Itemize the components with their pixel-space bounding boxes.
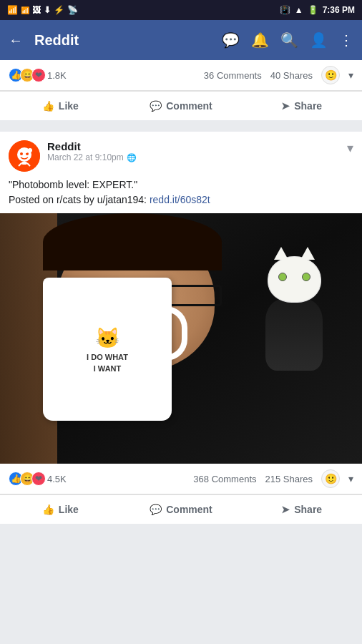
post-2-shares-count[interactable]: 215 Shares: [265, 474, 313, 484]
like-button[interactable]: 👍 Like: [0, 94, 121, 117]
cat-head: [268, 256, 321, 303]
post-2-like-button[interactable]: 👍 Like: [0, 498, 121, 521]
post-author[interactable]: Reddit: [47, 140, 340, 152]
signal-icon-1: 📶: [7, 5, 18, 15]
post-text-line1: "Photobomb level: EXPERT.": [9, 177, 353, 192]
like-icon-2: 👍: [42, 504, 54, 515]
post-2-reactions-right: 368 Comments 215 Shares 🙂 ▾: [193, 469, 353, 488]
post-2-action-bar: 👍 Like 💬 Comment ➤ Share: [0, 494, 362, 524]
mug: 🐱 I DO WHAT I WANT: [43, 278, 172, 421]
post-2-comments-count[interactable]: 368 Comments: [193, 474, 256, 484]
cat-eye-left: [278, 273, 287, 281]
love-emoji-2: ❤: [31, 472, 46, 486]
share-icon: ➤: [281, 100, 290, 112]
reactions-right: 36 Comments 40 Shares 🙂 ▾: [204, 66, 353, 84]
wifi-icon: 📡: [67, 5, 78, 15]
reaction-picker[interactable]: 🙂: [321, 66, 340, 84]
cat-ear-right: [300, 247, 315, 260]
post-1-bottom: 👍 😄 ❤ 1.8K 36 Comments 40 Shares 🙂 ▾ 👍 L…: [0, 60, 362, 120]
post-2-chevron-down-icon[interactable]: ▾: [348, 473, 353, 484]
post-2-reactions-bar: 👍 😄 ❤ 4.5K 368 Comments 215 Shares 🙂 ▾: [0, 464, 362, 494]
post-2-text: "Photobomb level: EXPERT." Posted on r/c…: [0, 177, 362, 213]
post-2-meta: Reddit March 22 at 9:10pm 🌐: [47, 140, 340, 162]
post-2-header: Reddit March 22 at 9:10pm 🌐 ▾: [0, 132, 362, 177]
status-right: 📳 ▲ 🔋 7:36 PM: [280, 5, 355, 15]
post-text-line2: Posted on r/cats by u/jatan194: redd.it/…: [9, 192, 353, 208]
post-1-reactions-bar: 👍 😄 ❤ 1.8K 36 Comments 40 Shares 🙂 ▾: [0, 60, 362, 91]
cat-figure: [255, 256, 333, 385]
divider: [0, 126, 362, 132]
image-icon: 🖼: [32, 5, 41, 15]
svg-point-2: [20, 152, 23, 155]
wifi-signal-icon: ▲: [295, 5, 303, 15]
comment-icon-2: 💬: [150, 504, 162, 515]
back-button[interactable]: ←: [9, 32, 23, 49]
svg-rect-6: [21, 162, 27, 165]
shares-count[interactable]: 40 Shares: [270, 70, 313, 81]
reaction-emojis: 👍 😄 ❤: [9, 68, 43, 82]
share-button[interactable]: ➤ Share: [241, 94, 362, 117]
like-icon: 👍: [42, 100, 54, 112]
chevron-down-icon[interactable]: ▾: [348, 69, 353, 81]
vibrate-icon: 📳: [280, 5, 290, 15]
mug-text-cat-icon: 🐱: [95, 324, 120, 352]
reddit-avatar: [9, 140, 40, 172]
cat-photo: 🐱 I DO WHAT I WANT: [0, 213, 362, 464]
reaction-count: 1.8K: [47, 70, 67, 81]
comment-button[interactable]: 💬 Comment: [121, 94, 242, 117]
comments-count[interactable]: 36 Comments: [204, 70, 262, 81]
post-2-reaction-count: 4.5K: [47, 474, 67, 484]
battery-icon: 🔋: [308, 5, 318, 15]
post-options-button[interactable]: ▾: [347, 140, 353, 156]
search-icon[interactable]: 🔍: [280, 31, 298, 49]
post-2-image: 🐱 I DO WHAT I WANT: [0, 213, 362, 464]
mug-text1: I DO WHAT: [87, 352, 128, 363]
globe-icon: 🌐: [127, 153, 137, 162]
person-hair: [43, 213, 222, 270]
status-bar: 📶 📶 🖼 ⬇ ⚡ 📡 📳 ▲ 🔋 7:36 PM: [0, 0, 362, 20]
share-icon-2: ➤: [281, 504, 290, 515]
cat-body: [265, 299, 323, 371]
chat-icon[interactable]: 💬: [222, 31, 240, 49]
post-2: Reddit March 22 at 9:10pm 🌐 ▾ "Photobomb…: [0, 132, 362, 524]
nav-bar: ← Reddit 💬 🔔 🔍 👤 ⋮: [0, 20, 362, 60]
signal-icon-2: 📶: [21, 6, 29, 14]
post-2-reaction-emojis: 👍 😄 ❤: [9, 472, 43, 486]
bell-icon[interactable]: 🔔: [251, 31, 269, 49]
nav-title: Reddit: [34, 32, 210, 49]
post-link[interactable]: redd.it/60s82t: [150, 194, 210, 205]
clock: 7:36 PM: [323, 5, 355, 15]
post-2-reaction-picker[interactable]: 🙂: [321, 469, 340, 488]
status-left: 📶 📶 🖼 ⬇ ⚡ 📡: [7, 5, 78, 15]
cat-eye-right: [302, 273, 310, 281]
download-icon: ⬇: [44, 5, 51, 15]
mug-text2: I WANT: [94, 364, 122, 374]
cat-ear-left: [274, 247, 288, 260]
love-emoji: ❤: [31, 68, 46, 82]
more-icon[interactable]: ⋮: [339, 31, 353, 49]
post-1-action-bar: 👍 Like 💬 Comment ➤ Share: [0, 91, 362, 120]
post-2-comment-button[interactable]: 💬 Comment: [121, 498, 242, 521]
post-date: March 22 at 9:10pm 🌐: [47, 152, 340, 162]
person-icon[interactable]: 👤: [310, 31, 328, 49]
comment-icon: 💬: [150, 100, 162, 112]
usb-icon: ⚡: [54, 5, 64, 15]
post-2-share-button[interactable]: ➤ Share: [241, 498, 362, 521]
